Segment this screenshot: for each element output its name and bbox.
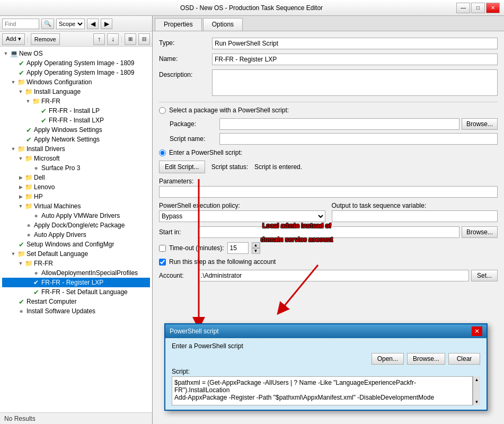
ps-script-area[interactable]: $pathxml = (Get-AppxPackage -AllUsers | … <box>172 376 473 405</box>
tree-item-new-os[interactable]: ▼ 💻 New OS <box>2 49 150 58</box>
ps-execution-select[interactable]: Bypass AllSigned RemoteSigned Unrestrict… <box>159 210 325 222</box>
ps-execution-label: PowerShell execution policy: <box>159 202 325 209</box>
tree-item-fr-fr-set-default[interactable]: ✔ FR-FR - Set Default Language <box>2 287 150 297</box>
script-name-input[interactable] <box>219 133 498 145</box>
tree-item-apply-network[interactable]: ✔ Apply Network Settings <box>2 135 150 144</box>
tree-item-auto-apply-drivers[interactable]: ● Auto Apply Drivers <box>2 230 150 240</box>
tree-item-install-language[interactable]: ▼ 📁 Install Language <box>2 87 150 96</box>
package-label: Package: <box>170 120 217 128</box>
parameters-input[interactable] <box>159 186 498 198</box>
expand-button[interactable]: ⊞ <box>125 33 136 45</box>
window-title: OSD - New OS - Production Task Sequence … <box>47 4 456 12</box>
tree-item-fr-fr[interactable]: ▼ 📁 FR-FR <box>2 96 150 106</box>
account-label: Account: <box>159 272 196 279</box>
radio-package[interactable] <box>159 107 166 114</box>
type-input[interactable] <box>212 38 498 49</box>
add-button[interactable]: Add ▾ <box>2 33 25 45</box>
tree-item-virtual-machines[interactable]: ▼ 📁 Virtual Machines <box>2 201 150 211</box>
status-bar: No Results <box>0 412 152 424</box>
radio-package-label: Select a package with a PowerShell scrip… <box>169 107 289 114</box>
tree-item-fr-fr-2[interactable]: ▼ 📁 FR-FR <box>2 259 150 268</box>
package-row: Package: Browse... <box>170 118 498 130</box>
run-step-checkbox[interactable] <box>159 259 166 266</box>
nav-forward-button[interactable]: ▶ <box>101 19 112 29</box>
left-panel: 🔍 Scope ◀ ▶ Add ▾ | Remove ↑ ↓ | ⊞ ⊟ ▼ 💻 <box>0 16 153 424</box>
package-input[interactable] <box>219 118 459 130</box>
ps-buttons: Open... Browse... Clear <box>172 353 480 365</box>
timeout-label: Time-out (minutes): <box>169 244 224 252</box>
edit-script-button[interactable]: Edit Script... <box>159 161 205 173</box>
tree-item-surface-pro[interactable]: ● Surface Pro 3 <box>2 163 150 173</box>
browse-startin-button[interactable]: Browse... <box>462 226 498 238</box>
tree-item-apply-dock[interactable]: ● Apply Dock/Dongle/etc Package <box>2 220 150 230</box>
tree-item-lenovo[interactable]: ▶ 📁 Lenovo <box>2 182 150 192</box>
tree-item-dell[interactable]: ▶ 📁 Dell <box>2 173 150 182</box>
browse-package-button[interactable]: Browse... <box>462 118 498 130</box>
type-row: Type: <box>159 38 498 49</box>
spin-down[interactable]: ▼ <box>252 248 260 254</box>
tree-item-restart[interactable]: ✔ Restart Computer <box>2 297 150 306</box>
nav-back-button[interactable]: ◀ <box>87 19 99 29</box>
radio-enter[interactable] <box>159 149 166 156</box>
set-account-button[interactable]: Set... <box>471 270 498 281</box>
tab-properties[interactable]: Properties <box>155 18 202 31</box>
minimize-button[interactable]: — <box>456 3 470 13</box>
tree-item-apply-os-1[interactable]: ✔ Apply Operating System Image - 1809 <box>2 58 150 68</box>
script-scrollbar[interactable]: ▲ ▼ <box>473 376 480 405</box>
ps-title-bar: PowerShell script ✕ <box>165 324 487 338</box>
ps-clear-button[interactable]: Clear <box>448 353 480 365</box>
run-step-row: Run this step as the following account <box>159 258 498 266</box>
find-button[interactable]: 🔍 <box>41 19 54 29</box>
ps-close-button[interactable]: ✕ <box>472 326 482 336</box>
script-name-label: Script name: <box>170 135 217 143</box>
parameters-label: Parameters: <box>159 178 498 185</box>
ps-dialog: PowerShell script ✕ Enter a PowerShell s… <box>164 323 488 411</box>
collapse-button[interactable]: ⊟ <box>138 33 150 45</box>
tree-item-microsoft[interactable]: ▼ 📁 Microsoft <box>2 154 150 163</box>
description-row: Description: <box>159 69 498 98</box>
spin-up[interactable]: ▲ <box>252 242 260 248</box>
move-up-button[interactable]: ↑ <box>93 33 105 45</box>
name-input[interactable] <box>212 54 498 65</box>
tree-item-apply-os-2[interactable]: ✔ Apply Operating System Image - 1809 <box>2 68 150 77</box>
tree-item-set-default-lang[interactable]: ▼ 📁 Set Default Language <box>2 249 150 259</box>
tree-item-apply-windows[interactable]: ✔ Apply Windows Settings <box>2 125 150 135</box>
find-input[interactable] <box>2 19 39 29</box>
tab-options[interactable]: Options <box>203 18 243 31</box>
move-down-button[interactable]: ↓ <box>107 33 119 45</box>
package-sub-form: Package: Browse... Script name: <box>159 118 498 145</box>
tree-item-fr-fr-register-lxp[interactable]: ✔ FR-FR - Register LXP <box>2 278 150 287</box>
tree-item-fr-fr-install-lp[interactable]: ✔ FR-FR - Install LP <box>2 106 150 116</box>
status-text: No Results <box>4 415 36 422</box>
tree-item-allow-deployment[interactable]: ● AllowDeploymentInSpecialProfiles <box>2 268 150 278</box>
tree-item-fr-fr-install-lxp[interactable]: ✔ FR-FR - Install LXP <box>2 116 150 125</box>
tree-item-vmware[interactable]: ● Auto Apply VMWare Drivers <box>2 211 150 220</box>
timeout-checkbox[interactable] <box>159 245 166 252</box>
radio-package-row: Select a package with a PowerShell scrip… <box>159 107 498 114</box>
two-col-row: PowerShell execution policy: Bypass AllS… <box>159 202 498 222</box>
timeout-spinner: ▲ ▼ <box>252 242 260 254</box>
type-label: Type: <box>159 38 212 47</box>
ps-browse-button[interactable]: Browse... <box>407 353 445 365</box>
account-input[interactable] <box>198 270 469 281</box>
ps-script-label: Script: <box>172 368 480 375</box>
timeout-input[interactable] <box>227 242 249 254</box>
close-button[interactable]: ✕ <box>486 3 500 13</box>
description-textarea[interactable] <box>212 69 498 96</box>
ps-open-button[interactable]: Open... <box>372 353 404 365</box>
edit-script-row: Edit Script... Script status: Script is … <box>159 161 498 173</box>
remove-button[interactable]: Remove <box>31 33 60 45</box>
scope-select[interactable]: Scope <box>56 19 85 29</box>
description-label: Description: <box>159 69 212 78</box>
tree-item-setup-windows[interactable]: ✔ Setup Windows and ConfigMgr <box>2 240 150 249</box>
run-step-label: Run this step as the following account <box>169 258 276 266</box>
startin-input[interactable] <box>198 226 459 238</box>
maximize-button[interactable]: □ <box>471 3 485 13</box>
radio-enter-row: Enter a PowerShell script: <box>159 149 498 156</box>
name-row: Name: <box>159 54 498 65</box>
tree-item-windows-config[interactable]: ▼ 📁 Windows Configuration <box>2 77 150 87</box>
output-var-input[interactable] <box>332 210 498 222</box>
tree-item-install-software[interactable]: ● Install Software Updates <box>2 306 150 316</box>
tree-item-hp[interactable]: ▶ 📁 HP <box>2 192 150 201</box>
tree-item-install-drivers[interactable]: ▼ 📁 Install Drivers <box>2 144 150 154</box>
